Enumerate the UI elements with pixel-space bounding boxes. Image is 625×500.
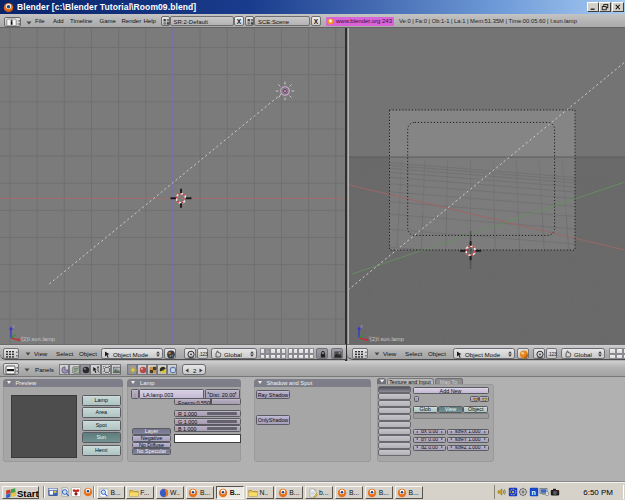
texture-ofs-field[interactable]: dZ 0.00 [413,445,446,451]
tray-icon[interactable] [518,487,529,498]
subcontext-button[interactable] [157,364,167,375]
lamp-option-toggle[interactable]: No Specular [132,448,171,455]
frame-stepper[interactable]: 2 [182,364,206,375]
pivot-button-right[interactable] [533,348,545,359]
task-button[interactable]: B... [97,486,125,499]
view-menu-item[interactable]: Object [428,350,446,357]
viewport-top[interactable]: zx (2)I.sun.lamp [0,28,345,344]
ray-shadow-button[interactable]: Ray Shadow [256,390,290,400]
viewport-splitter[interactable] [345,28,348,361]
texture-coord-toggle[interactable]: Object [463,406,488,413]
task-button[interactable]: B... [275,486,303,499]
scene-browse-button[interactable] [245,16,254,26]
lamp-rgb-slider[interactable]: B 1.000 [174,425,241,432]
mode-selector[interactable]: Object Mode [101,348,163,359]
context-button[interactable] [90,364,100,375]
texture-slot[interactable] [378,414,411,421]
texture-slot[interactable] [378,386,411,393]
context-button[interactable] [69,364,79,375]
tab-texture-input[interactable]: Texture and Input [387,378,434,385]
texture-slot[interactable] [378,442,411,449]
lamp-option-toggle[interactable]: No Diffuse [132,442,171,449]
minimize-button[interactable] [587,2,599,12]
lamp-rgb-slider[interactable]: G 1.000 [174,418,241,425]
quick-launch-icon[interactable] [60,487,71,498]
manipulator-button[interactable]: .123 [197,348,208,359]
task-button[interactable]: B... [216,486,244,499]
texture-slot[interactable] [378,435,411,442]
menu-item[interactable]: Add [53,18,64,24]
draw-type-button-right[interactable] [517,348,529,359]
tray-icon[interactable]: n [529,487,540,498]
header-collapse-icon[interactable] [25,352,31,356]
viewport-camera[interactable]: zx (2)I.sun.lamp [349,28,625,344]
tray-icon[interactable] [508,487,519,498]
texture-delete-button[interactable] [479,396,489,402]
lamp-type-toggle[interactable]: Sun [82,432,121,443]
view-menu-item[interactable]: Select [56,350,73,357]
texture-coord-toggle[interactable]: Glob [413,406,438,413]
window-type-button[interactable] [4,17,21,27]
task-button[interactable]: F... [126,486,154,499]
context-button[interactable] [111,364,121,375]
texture-slot[interactable] [378,393,411,400]
view-menu-item[interactable]: Select [405,350,422,357]
quick-launch-icon[interactable] [71,487,82,498]
texture-ofs-field[interactable]: dX 0.00 [413,429,446,435]
layer-cell[interactable] [616,354,623,360]
subcontext-button[interactable] [137,364,147,375]
add-new-button[interactable]: Add New [413,387,489,394]
layer-cell[interactable] [309,354,314,360]
screen-close-button[interactable]: X [234,16,244,26]
draw-type-button[interactable] [164,348,176,359]
lamp-option-toggle[interactable]: Negative [132,435,171,442]
manipulator-button-right[interactable]: .123 [546,348,557,359]
lamp-option-toggle[interactable]: Layer [132,428,171,435]
task-button[interactable]: b... [305,486,333,499]
task-button[interactable]: B... [365,486,393,499]
close-button[interactable] [612,2,624,12]
buttons-editor-type-button[interactable] [3,363,19,375]
texture-object-field[interactable] [413,413,489,419]
context-button[interactable] [101,364,111,375]
texture-auto-button[interactable] [470,396,480,402]
blender-org-badge[interactable]: www.blender.org 243 [326,17,394,26]
texture-slot[interactable] [378,400,411,407]
screen-browse-button[interactable] [161,16,170,26]
context-button[interactable] [59,364,69,375]
lamp-panel-header[interactable]: Lamp [127,379,241,388]
lock-button[interactable] [316,348,328,359]
header-collapse-icon-right[interactable] [374,352,380,356]
lamp-type-toggle[interactable]: Lamp [82,395,121,406]
quick-launch-icon[interactable] [48,487,59,498]
tray-icon[interactable] [550,487,561,498]
editor-type-button[interactable] [3,348,19,359]
menu-item[interactable]: Help [144,18,156,24]
view-menu-item[interactable]: View [34,350,47,357]
render-preview-button[interactable] [331,348,343,359]
menu-item[interactable]: File [35,18,45,24]
scene-selector[interactable]: SCE:Scene [254,16,310,26]
tray-icon[interactable] [497,487,508,498]
orientation-selector-right[interactable]: Global [561,348,605,359]
only-shadow-button[interactable]: OnlyShadow [256,415,290,425]
preview-panel-header[interactable]: Preview [3,379,124,388]
lamp-browse-button[interactable]: : [131,389,139,400]
task-button[interactable]: N.. [246,486,274,499]
mode-selector-right[interactable]: Object Mode [453,348,515,359]
layer-cell[interactable] [281,354,286,360]
lamp-color-swatch[interactable] [174,434,241,443]
menu-collapse-icon[interactable] [26,21,32,25]
texture-coord-toggle[interactable]: View [438,406,463,413]
menu-item[interactable]: Game [100,18,116,24]
panels-collapse-icon[interactable] [24,368,30,372]
orientation-selector[interactable]: Global [211,348,257,359]
context-button[interactable] [80,364,90,375]
texture-browse-button[interactable]: : [414,396,420,402]
layer-cell[interactable] [609,354,616,360]
task-button[interactable]: W.. [156,486,184,499]
lamp-energy-slider[interactable]: Energy 0.550 [174,398,241,405]
scene-close-button[interactable]: X [311,16,321,26]
start-button[interactable]: Start [2,486,39,499]
view-menu-item[interactable]: Object [79,350,97,357]
